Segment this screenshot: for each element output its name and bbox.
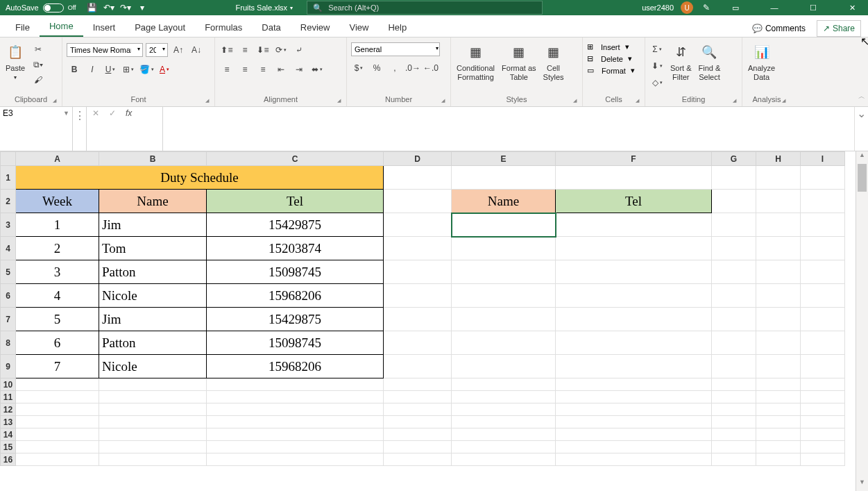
cell-H15[interactable] — [756, 441, 801, 453]
row-header-1[interactable]: 1 — [1, 166, 16, 190]
cell-A10[interactable] — [16, 378, 99, 391]
scroll-down-icon[interactable]: ▼ — [856, 478, 868, 491]
cell-F6[interactable] — [556, 284, 712, 308]
bold-button[interactable]: B — [67, 62, 82, 77]
font-name-select[interactable] — [67, 43, 143, 57]
cell-G9[interactable] — [712, 355, 756, 378]
find-select-button[interactable]: 🔍Find & Select — [697, 42, 722, 83]
col-header-A[interactable]: A — [16, 152, 99, 166]
name-box-input[interactable] — [3, 108, 58, 118]
row-header-4[interactable]: 4 — [1, 237, 16, 260]
number-format-select[interactable] — [351, 42, 440, 56]
row-header-9[interactable]: 9 — [1, 355, 16, 378]
tab-home[interactable]: Home — [40, 17, 83, 37]
col-header-C[interactable]: C — [207, 152, 384, 166]
cell-E12[interactable] — [452, 403, 556, 416]
align-left-icon[interactable]: ≡ — [219, 62, 235, 77]
cell-C5[interactable]: 15098745 — [207, 260, 384, 284]
cell-E11[interactable] — [452, 391, 556, 403]
cell-E15[interactable] — [452, 441, 556, 453]
ribbon-display-icon[interactable]: ▭ — [720, 0, 751, 15]
tab-insert[interactable]: Insert — [83, 18, 126, 37]
cancel-formula-icon[interactable]: ✕ — [92, 108, 99, 118]
row-header-7[interactable]: 7 — [1, 308, 16, 331]
cell-F8[interactable] — [556, 331, 712, 355]
cell-F1[interactable] — [556, 166, 712, 190]
cell-B15[interactable] — [99, 441, 207, 453]
cell-D2[interactable] — [384, 190, 452, 213]
decrease-font-icon[interactable]: A↓ — [189, 42, 204, 58]
cell-H3[interactable] — [756, 213, 801, 237]
col-header-I[interactable]: I — [801, 152, 845, 166]
cell-A16[interactable] — [16, 453, 99, 466]
cell-B2[interactable]: Name — [99, 190, 207, 213]
cell-B16[interactable] — [99, 453, 207, 466]
cell-H12[interactable] — [756, 403, 801, 416]
tab-help[interactable]: Help — [378, 18, 416, 37]
col-header-E[interactable]: E — [452, 152, 556, 166]
cell-I7[interactable] — [801, 308, 845, 331]
cell-I12[interactable] — [801, 403, 845, 416]
vertical-scrollbar[interactable]: ▲ ▼ — [856, 151, 868, 491]
cell-E6[interactable] — [452, 284, 556, 308]
spreadsheet[interactable]: A B C D E F G H I 1 Duty Schedule 2 Week… — [0, 151, 845, 466]
row-header-14[interactable]: 14 — [1, 428, 16, 441]
cell-title[interactable]: Duty Schedule — [16, 166, 384, 190]
cell-C16[interactable] — [207, 453, 384, 466]
cell-A13[interactable] — [16, 416, 99, 428]
cell-H4[interactable] — [756, 237, 801, 260]
align-middle-icon[interactable]: ≡ — [237, 42, 253, 58]
cell-I9[interactable] — [801, 355, 845, 378]
cell-G5[interactable] — [712, 260, 756, 284]
cell-F12[interactable] — [556, 403, 712, 416]
cell-B11[interactable] — [99, 391, 207, 403]
cell-C12[interactable] — [207, 403, 384, 416]
cell-D8[interactable] — [384, 331, 452, 355]
cell-C6[interactable]: 15968206 — [207, 284, 384, 308]
cell-A4[interactable]: 2 — [16, 237, 99, 260]
row-header-5[interactable]: 5 — [1, 260, 16, 284]
format-as-table-button[interactable]: ▦Format as Table — [500, 42, 538, 83]
cell-E16[interactable] — [452, 453, 556, 466]
cell-G2[interactable] — [712, 190, 756, 213]
cell-D7[interactable] — [384, 308, 452, 331]
cell-D13[interactable] — [384, 416, 452, 428]
cell-I2[interactable] — [801, 190, 845, 213]
increase-indent-icon[interactable]: ⇥ — [291, 62, 307, 77]
pen-icon[interactable]: ✎ — [700, 1, 713, 14]
cell-D15[interactable] — [384, 441, 452, 453]
increase-decimal-icon[interactable]: .0→ — [405, 60, 420, 76]
cell-D12[interactable] — [384, 403, 452, 416]
formula-input[interactable] — [163, 107, 854, 151]
conditional-formatting-button[interactable]: ▦Conditional Formatting — [455, 42, 496, 83]
align-top-icon[interactable]: ⬆≡ — [219, 42, 235, 58]
cell-F10[interactable] — [556, 378, 712, 391]
comma-icon[interactable]: , — [387, 60, 402, 76]
name-box[interactable]: ▼ — [0, 107, 73, 151]
comments-button[interactable]: 💬 Comments — [747, 21, 811, 36]
cell-E9[interactable] — [452, 355, 556, 378]
row-header-10[interactable]: 10 — [1, 378, 16, 391]
row-header-6[interactable]: 6 — [1, 284, 16, 308]
cell-G13[interactable] — [712, 416, 756, 428]
cell-F5[interactable] — [556, 260, 712, 284]
merge-icon[interactable]: ⬌ — [309, 62, 325, 77]
row-header-11[interactable]: 11 — [1, 391, 16, 403]
close-button[interactable]: ✕ — [836, 0, 868, 15]
align-right-icon[interactable]: ≡ — [255, 62, 271, 77]
cell-G7[interactable] — [712, 308, 756, 331]
col-header-B[interactable]: B — [99, 152, 207, 166]
cell-C2[interactable]: Tel — [207, 190, 384, 213]
expand-formula-bar-icon[interactable]: ⌄ — [854, 107, 868, 151]
cell-I6[interactable] — [801, 284, 845, 308]
cell-styles-button[interactable]: ▦Cell Styles — [542, 42, 565, 83]
cell-H6[interactable] — [756, 284, 801, 308]
username[interactable]: user2480 — [642, 3, 674, 12]
cell-G3[interactable] — [712, 213, 756, 237]
save-icon[interactable]: 💾 — [86, 1, 99, 14]
cell-B9[interactable]: Nicole — [99, 355, 207, 378]
cell-F3[interactable] — [556, 213, 712, 237]
row-header-12[interactable]: 12 — [1, 403, 16, 416]
name-box-dropdown-icon[interactable]: ▼ — [63, 108, 69, 117]
cell-H9[interactable] — [756, 355, 801, 378]
